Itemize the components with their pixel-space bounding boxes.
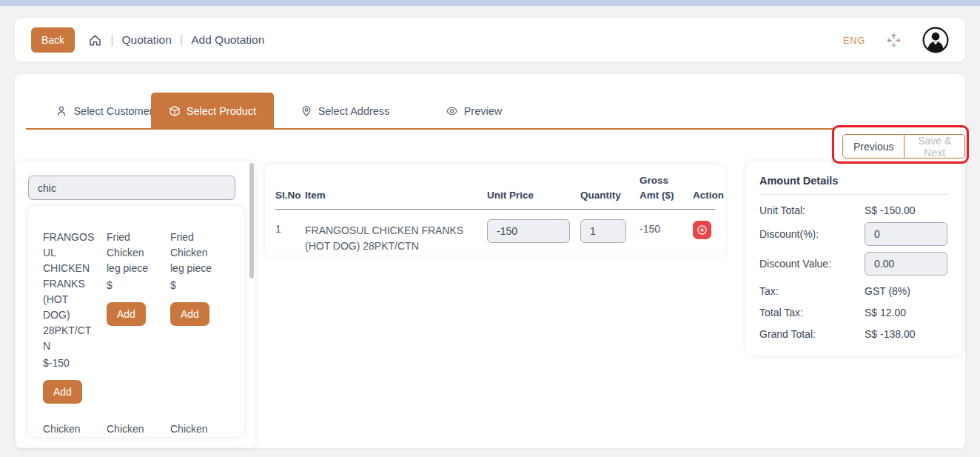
tax-row: Tax: GST (8%)	[759, 285, 949, 297]
product-result: Chicken Legs	[43, 421, 95, 437]
tax-label: Tax:	[759, 285, 865, 297]
product-name: Chicken Legs	[170, 421, 222, 437]
product-name: Chicken Legs	[107, 421, 158, 437]
top-strip	[0, 0, 980, 6]
total-tax-value: S$ 12.00	[865, 307, 906, 318]
unit-total-value: S$ -150.00	[865, 204, 916, 216]
product-name: FRANGOSUL CHICKEN FRANKS (HOT DOG) 28PKT…	[43, 230, 95, 354]
tab-preview[interactable]: Preview	[435, 93, 512, 130]
product-result: Fried Chicken leg piece $ Add	[107, 230, 158, 404]
circle-x-icon	[697, 224, 708, 236]
back-button[interactable]: Back	[31, 27, 75, 53]
product-result: Chicken Legs	[170, 421, 222, 437]
selected-items-table: Sl.No Item Unit Price Quantity Gross Amt…	[265, 164, 725, 256]
tab-label: Select Product	[187, 105, 256, 117]
header-bar: Back | Quotation | Add Quotation ENG	[15, 19, 965, 61]
amount-details-title: Amount Details	[759, 175, 949, 195]
header-action: Action	[693, 188, 715, 203]
discount-percent-row: Discount(%):	[759, 222, 949, 246]
user-avatar-icon[interactable]	[922, 27, 949, 53]
main-panel: Select Customer Select Product Select Ad…	[15, 74, 965, 448]
product-result: Fried Chicken leg piece $ Add	[170, 230, 222, 404]
quantity-input[interactable]	[580, 219, 626, 243]
product-price: $-150	[43, 356, 95, 371]
grand-total-row: Grand Total: S$ -138.00	[759, 328, 949, 340]
product-name: Chicken Legs	[43, 421, 95, 437]
previous-button[interactable]: Previous	[842, 134, 905, 159]
tab-select-address[interactable]: Select Address	[290, 93, 400, 130]
amount-details-card: Amount Details Unit Total: S$ -150.00 Di…	[746, 161, 962, 356]
breadcrumb-divider: |	[180, 33, 183, 47]
header-sl-no: Sl.No	[275, 188, 305, 203]
home-icon[interactable]	[88, 33, 102, 47]
breadcrumb-section[interactable]: Quotation	[122, 33, 172, 47]
tab-label: Select Customer	[73, 105, 152, 117]
discount-percent-input[interactable]	[865, 222, 947, 246]
product-results-card: FRANGOSUL CHICKEN FRANKS (HOT DOG) 28PKT…	[28, 206, 244, 437]
unit-price-input[interactable]	[487, 219, 570, 243]
product-search-panel: FRANGOSUL CHICKEN FRANKS (HOT DOG) 28PKT…	[16, 161, 255, 447]
discount-value-row: Discount Value:	[759, 252, 949, 276]
product-name: Fried Chicken leg piece	[107, 230, 158, 276]
header-unit-price: Unit Price	[487, 188, 580, 203]
add-product-button[interactable]: Add	[43, 380, 82, 404]
save-next-button[interactable]: Save & Next	[905, 134, 965, 159]
tab-label: Select Address	[318, 105, 390, 117]
grand-total-label: Grand Total:	[759, 328, 865, 340]
product-result: FRANGOSUL CHICKEN FRANKS (HOT DOG) 28PKT…	[43, 230, 95, 404]
total-tax-row: Total Tax: S$ 12.00	[759, 307, 949, 318]
delete-row-button[interactable]	[693, 221, 711, 239]
product-name: Fried Chicken leg piece	[170, 230, 222, 276]
discount-value-input[interactable]	[865, 252, 947, 276]
breadcrumb-page: Add Quotation	[191, 33, 264, 47]
table-row: 1 FRANGOSUL CHICKEN FRANKS (HOT DOG) 28P…	[275, 210, 715, 254]
discount-percent-label: Discount(%):	[759, 228, 865, 240]
header-item: Item	[305, 188, 487, 203]
row-item-name: FRANGOSUL CHICKEN FRANKS (HOT DOG) 28PKT…	[305, 219, 480, 254]
unit-total-row: Unit Total: S$ -150.00	[759, 204, 949, 216]
row-gross-amt: -150	[640, 219, 693, 235]
total-tax-label: Total Tax:	[759, 307, 865, 318]
table-header-row: Sl.No Item Unit Price Quantity Gross Amt…	[275, 173, 715, 210]
step-actions: Previous Save & Next	[842, 134, 965, 159]
discount-value-label: Discount Value:	[759, 258, 865, 270]
scrollbar-thumb[interactable]	[249, 163, 254, 278]
product-price: $	[170, 278, 222, 293]
tax-value: GST (8%)	[865, 285, 910, 297]
product-price: $	[107, 278, 158, 293]
tab-select-customer[interactable]: Select Customer	[44, 93, 164, 130]
add-product-button[interactable]: Add	[170, 302, 209, 326]
product-result: Chicken Legs	[107, 421, 158, 437]
breadcrumb-divider: |	[110, 33, 113, 47]
fullscreen-move-icon[interactable]	[886, 33, 902, 48]
product-grid: FRANGOSUL CHICKEN FRANKS (HOT DOG) 28PKT…	[43, 230, 244, 437]
header-gross-amt: Gross Amt ($)	[640, 173, 693, 203]
header-quantity: Quantity	[580, 188, 640, 203]
row-sl-no: 1	[275, 219, 305, 235]
add-product-button[interactable]: Add	[107, 302, 146, 326]
language-selector[interactable]: ENG	[843, 35, 865, 46]
tab-label: Preview	[464, 105, 503, 117]
product-search-input[interactable]	[28, 176, 235, 200]
tab-select-product[interactable]: Select Product	[151, 93, 274, 130]
unit-total-label: Unit Total:	[759, 204, 865, 216]
tabs-underline	[26, 128, 835, 130]
grand-total-value: S$ -138.00	[865, 328, 916, 340]
